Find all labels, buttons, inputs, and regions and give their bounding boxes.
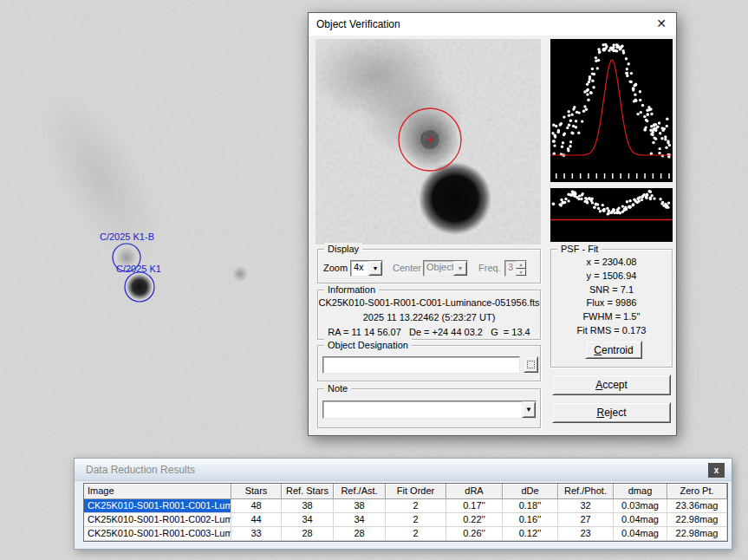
- psf-fit-groupbox: PSF - Fit x = 2304.08y = 1506.94SNR = 7.…: [550, 249, 673, 368]
- table-cell: 22.98mag: [667, 527, 727, 541]
- center-select: Object ▼: [423, 260, 468, 277]
- table-cell: 27: [558, 513, 614, 527]
- psf-fit-value: Fit RMS = 0.173: [551, 324, 672, 338]
- table-row[interactable]: CK25K010-S001-R001-C002-Lumi44343420.22'…: [84, 513, 727, 527]
- psf-fit-value: Flux = 9986: [551, 296, 672, 310]
- table-cell: 0.04mag: [614, 513, 667, 527]
- table-cell: 0.22'': [446, 513, 503, 527]
- accept-button[interactable]: Accept: [552, 374, 671, 395]
- object-blob-k1: [127, 274, 153, 300]
- psf-profile-plot: [550, 39, 673, 182]
- freq-label: Freq.: [478, 260, 501, 277]
- column-header-stars[interactable]: Stars: [231, 484, 282, 499]
- psf-residual-plot: [550, 188, 673, 242]
- psf-fit-legend: PSF - Fit: [557, 243, 602, 255]
- object-designation-input[interactable]: [322, 356, 520, 374]
- table-cell: 22.98mag: [667, 513, 727, 527]
- spin-up-icon: ▲: [516, 261, 526, 269]
- table-cell: CK25K010-S001-R001-C002-Lumi: [84, 513, 231, 527]
- annotation-label-k1: C/2025 K1: [116, 264, 161, 274]
- image-filename: CK25K010-S001-R001-C001-Luminance-051956…: [318, 296, 540, 310]
- note-legend: Note: [324, 382, 351, 394]
- object-designation-groupbox: Object Designation: [317, 345, 541, 381]
- table-cell: 0.04mag: [614, 527, 667, 541]
- table-cell: 23: [558, 527, 614, 541]
- table-cell: 2: [386, 527, 446, 541]
- psf-fit-curve: [550, 61, 672, 155]
- zoom-label: Zoom: [323, 260, 348, 277]
- chevron-down-icon[interactable]: ▼: [368, 261, 382, 276]
- psf-fit-value: x = 2304.08: [551, 256, 672, 270]
- centroid-button[interactable]: Centroid: [585, 341, 642, 359]
- table-cell: 38: [334, 499, 386, 513]
- display-groupbox: Display Zoom 4x ▼ Center Object ▼ Freq. …: [317, 249, 541, 283]
- dialog-title: Object Verification: [316, 18, 400, 30]
- spin-down-icon: ▼: [516, 269, 526, 277]
- data-reduction-results-window: Data Reduction Results x ImageStarsRef. …: [74, 458, 732, 550]
- column-header-ref-ast-[interactable]: Ref./Ast.: [334, 484, 386, 499]
- table-cell: 0.26'': [446, 527, 503, 541]
- column-header-ref-stars[interactable]: Ref. Stars: [282, 484, 334, 499]
- dialog-titlebar[interactable]: Object Verification ✕: [309, 13, 676, 36]
- results-table: ImageStarsRef. StarsRef./Ast.Fit OrderdR…: [83, 483, 728, 542]
- table-cell: 33: [231, 527, 282, 541]
- display-legend: Display: [324, 243, 362, 255]
- column-header-ref-phot-[interactable]: Ref./Phot.: [558, 484, 614, 499]
- column-header-fit-order[interactable]: Fit Order: [386, 484, 446, 499]
- table-cell: 48: [231, 499, 282, 513]
- table-cell: 2: [386, 499, 446, 513]
- chevron-down-icon[interactable]: ▼: [522, 401, 536, 418]
- table-cell: 32: [558, 499, 614, 513]
- table-cell: 2: [386, 513, 446, 527]
- table-cell: 0.03mag: [614, 499, 667, 513]
- table-row[interactable]: CK25K010-S001-R001-C001-Lumi48383820.17'…: [84, 499, 727, 513]
- reject-button[interactable]: Reject: [552, 402, 671, 423]
- table-cell: 28: [282, 527, 334, 541]
- close-icon[interactable]: ✕: [656, 16, 667, 30]
- table-cell: 34: [282, 513, 334, 527]
- observation-datetime: 2025 11 13.22462 (5:23:27 UT): [318, 310, 540, 325]
- center-label: Center: [393, 260, 421, 277]
- chevron-down-icon: ▼: [453, 261, 467, 276]
- table-cell: CK25K010-S001-R001-C001-Lumi: [84, 499, 231, 513]
- dotted-box-icon: [527, 361, 535, 368]
- column-header-image[interactable]: Image: [84, 484, 231, 499]
- results-titlebar[interactable]: Data Reduction Results x: [75, 459, 732, 481]
- object-verification-dialog: Object Verification ✕: [308, 12, 677, 436]
- information-legend: Information: [324, 283, 379, 296]
- object-designation-legend: Object Designation: [324, 339, 412, 351]
- freq-spinner: 3 ▲▼: [504, 260, 527, 277]
- object-zoom-view[interactable]: [315, 39, 541, 244]
- column-header-dmag[interactable]: dmag: [614, 484, 667, 499]
- annotation-label-k1b: C/2025 K1-B: [100, 231, 154, 242]
- table-cell: 34: [334, 513, 386, 527]
- note-groupbox: Note ▼: [317, 388, 541, 428]
- coordinates-line: RA = 11 14 56.07 De = +24 44 03.2 G = 13…: [318, 325, 540, 340]
- information-groupbox: Information CK25K010-S001-R001-C001-Lumi…: [317, 290, 541, 340]
- table-cell: 0.16'': [503, 513, 558, 527]
- table-cell: 0.18'': [503, 499, 558, 513]
- table-cell: CK25K010-S001-R001-C003-Lumi: [84, 527, 231, 541]
- psf-fit-values: x = 2304.08y = 1506.94SNR = 7.1Flux = 99…: [551, 256, 672, 338]
- table-cell: 44: [231, 513, 282, 527]
- column-header-dde[interactable]: dDe: [503, 484, 558, 499]
- browse-button[interactable]: [524, 356, 538, 373]
- table-cell: 38: [282, 499, 334, 513]
- table-cell: 28: [334, 527, 386, 541]
- results-title: Data Reduction Results: [86, 464, 195, 476]
- note-select[interactable]: ▼: [322, 400, 537, 419]
- table-row[interactable]: CK25K010-S001-R001-C003-Lumi33282820.26'…: [84, 527, 727, 541]
- psf-fit-value: FWHM = 1.5'': [551, 310, 672, 324]
- table-cell: 0.17'': [446, 499, 503, 513]
- psf-axis-ticks: [556, 173, 670, 179]
- close-icon[interactable]: x: [708, 463, 725, 478]
- psf-fit-value: SNR = 7.1: [551, 283, 672, 297]
- bright-star-blob: [419, 162, 491, 235]
- column-header-zero-pt-[interactable]: Zero Pt.: [667, 484, 727, 499]
- zoom-select[interactable]: 4x ▼: [350, 260, 383, 277]
- psf-fit-value: y = 1506.94: [551, 270, 672, 283]
- column-header-dra[interactable]: dRA: [446, 484, 503, 499]
- table-cell: 0.12'': [503, 527, 558, 541]
- table-cell: 23.36mag: [667, 499, 727, 513]
- field-star-blob: [232, 266, 248, 282]
